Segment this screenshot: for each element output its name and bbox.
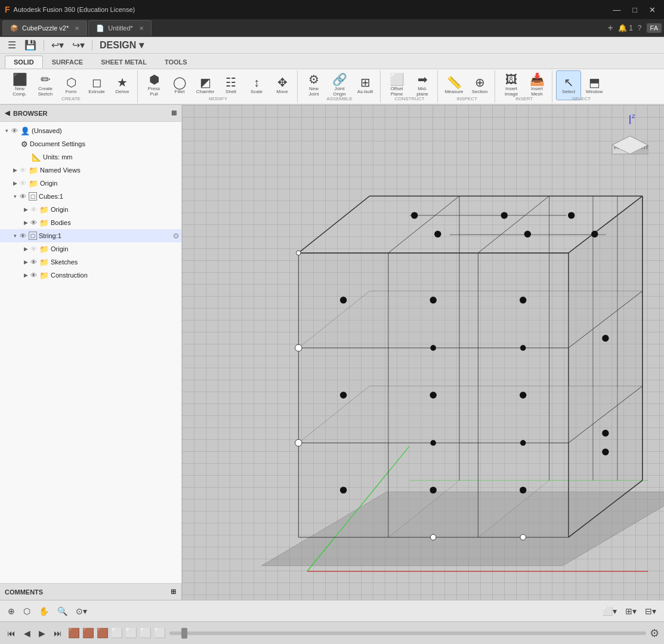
design-menu-button[interactable]: DESIGN ▾ [97, 35, 147, 56]
expand-origin-string[interactable]: ▶ [21, 246, 30, 252]
tab-close-untitled[interactable]: ✕ [139, 25, 144, 32]
tree-item-sketches[interactable]: ▶ 👁 📁 Sketches [0, 255, 181, 269]
svg-point-34 [340, 392, 347, 398]
app-menu-button[interactable]: ☰ [5, 38, 19, 52]
eye-origin-cubes[interactable]: 👁 [30, 206, 37, 213]
fit-to-window-button[interactable]: ⬡ [20, 605, 33, 617]
tree-item-construction[interactable]: ▶ 👁 📁 Construction [0, 269, 181, 282]
tl-item-1[interactable]: 🟫 [68, 627, 80, 639]
tree-item-unsaved[interactable]: ▾ 👁 👤 (Unsaved) [0, 124, 181, 137]
label-origin-string: Origin [51, 245, 68, 252]
expand-bodies[interactable]: ▶ [21, 220, 30, 226]
expand-sketches[interactable]: ▶ [21, 259, 30, 265]
tree-item-origin-cubes[interactable]: ▶ 👁 📁 Origin [0, 203, 181, 216]
timeline-end-button[interactable]: ⏭ [51, 627, 64, 639]
display-tools: ⬜▾ ⊞▾ ⊟▾ [600, 605, 659, 617]
display-mode-button[interactable]: ⬜▾ [600, 605, 620, 617]
expand-cubes1[interactable]: ▾ [11, 193, 19, 199]
zoom-extents-button[interactable]: ⊕ [5, 605, 18, 617]
svg-point-35 [430, 392, 436, 398]
redo-button[interactable]: ↪▾ [69, 38, 88, 52]
comments-expand[interactable]: ⊞ [171, 588, 176, 596]
undo-button[interactable]: ↩▾ [48, 38, 67, 52]
eye-cubes1[interactable]: 👁 [20, 193, 26, 200]
close-button[interactable]: ✕ [646, 4, 659, 16]
timeline-settings-button[interactable]: ⚙ [650, 627, 659, 640]
tree-item-bodies[interactable]: ▶ 👁 📁 Bodies [0, 216, 181, 229]
app-title: Autodesk Fusion 360 (Education License) [14, 6, 135, 13]
tree-item-named-views[interactable]: ▶ 👁 📁 Named Views [0, 164, 181, 177]
tree-item-doc-settings[interactable]: ⚙ Document Settings [0, 137, 181, 150]
expand-origin-top[interactable]: ▶ [11, 180, 19, 186]
save-button[interactable]: 💾 [21, 38, 39, 52]
tab-close-cubepuzzle[interactable]: ✕ [75, 25, 79, 32]
help-button[interactable]: ? [638, 24, 642, 32]
pan-button[interactable]: ✋ [36, 605, 52, 617]
tl-item-6[interactable]: ⬜ [140, 627, 152, 639]
eye-string1[interactable]: 👁 [20, 232, 26, 239]
browser-panel: ◀ BROWSER ⊞ ▾ 👁 👤 (Unsaved) ⚙ Document S… [0, 105, 182, 600]
view-layout-button[interactable]: ⊟▾ [642, 605, 659, 617]
zoom-button[interactable]: 🔍 [54, 605, 70, 617]
viewport[interactable]: Z FRONT RIGHT [182, 105, 664, 600]
eye-construction[interactable]: 👁 [30, 272, 37, 279]
titlebar: F Autodesk Fusion 360 (Education License… [0, 0, 664, 19]
timeline-play-button[interactable]: ▶ [36, 627, 48, 639]
svg-point-43 [434, 231, 441, 238]
look-at-button[interactable]: ⊙▾ [73, 605, 90, 617]
eye-sketches[interactable]: 👁 [30, 258, 37, 266]
account-button[interactable]: FA [647, 23, 662, 33]
nav-cube[interactable]: Z FRONT RIGHT [603, 112, 657, 160]
title-left: F Autodesk Fusion 360 (Education License… [5, 5, 135, 14]
tab-solid[interactable]: SOLID [5, 56, 43, 68]
browser-collapse-icon[interactable]: ◀ [5, 109, 10, 117]
browser-title: BROWSER [13, 110, 47, 117]
svg-point-37 [340, 486, 347, 493]
tree-item-string1[interactable]: ▾ 👁 □ String:1 ⊙ [0, 229, 181, 242]
expand-origin-cubes[interactable]: ▶ [21, 207, 30, 212]
tab-cubepuzzle[interactable]: 📦 CubePuzzle v2* ✕ [2, 20, 87, 36]
minimize-button[interactable]: — [609, 4, 624, 16]
label-units: Units: mm [43, 153, 73, 161]
expand-string1[interactable]: ▾ [11, 233, 19, 239]
grid-display-button[interactable]: ⊞▾ [622, 605, 640, 617]
timeline-items: 🟫 🟫 🟫 ⬜ ⬜ ⬜ ⬜ [68, 627, 166, 639]
eye-bodies[interactable]: 👁 [30, 219, 37, 226]
tree-item-cubes1[interactable]: ▾ 👁 □ Cubes:1 [0, 190, 181, 203]
browser-expand-icon[interactable]: ⊞ [171, 109, 177, 117]
timeline-prev-button[interactable]: ◀ [21, 627, 33, 639]
eye-origin-string[interactable]: 👁 [30, 245, 37, 252]
timeline-track[interactable] [169, 631, 646, 635]
sep2 [92, 40, 92, 51]
tree-item-origin-string[interactable]: ▶ 👁 📁 Origin [0, 242, 181, 255]
expand-named-views[interactable]: ▶ [11, 167, 19, 173]
expand-unsaved[interactable]: ▾ [2, 128, 11, 134]
svg-point-49 [295, 344, 302, 351]
timeline-marker[interactable] [181, 628, 187, 639]
notifications-button[interactable]: 🔔 1 [618, 24, 633, 32]
timeline-start-button[interactable]: ⏮ [5, 627, 18, 639]
svg-point-53 [520, 534, 526, 540]
tl-item-4[interactable]: ⬜ [111, 627, 123, 639]
tab-surface[interactable]: SURFACE [43, 56, 92, 68]
svg-point-56 [430, 440, 436, 446]
tree-item-units[interactable]: 📐 Units: mm [0, 150, 181, 164]
tab-untitled[interactable]: 📄 Untitled* ✕ [88, 20, 152, 36]
tl-item-2[interactable]: 🟫 [82, 627, 94, 639]
bottom-toolbar: ⊕ ⬡ ✋ 🔍 ⊙▾ ⬜▾ ⊞▾ ⊟▾ [0, 600, 664, 621]
string1-settings-icon[interactable]: ⊙ [173, 232, 179, 240]
maximize-button[interactable]: □ [629, 4, 641, 16]
tab-tools[interactable]: TOOLS [156, 56, 196, 68]
expand-construction[interactable]: ▶ [21, 272, 30, 278]
eye-unsaved[interactable]: 👁 [11, 127, 18, 134]
new-tab-button[interactable]: + [608, 23, 613, 33]
eye-named-views[interactable]: 👁 [20, 167, 26, 174]
tab-sheet-metal[interactable]: SHEET METAL [92, 56, 156, 68]
tl-item-5[interactable]: ⬜ [125, 627, 137, 639]
comments-header: COMMENTS ⊞ [0, 583, 181, 600]
tl-item-3[interactable]: 🟫 [97, 627, 109, 639]
tree-item-origin-top[interactable]: ▶ 👁 📁 Origin [0, 177, 181, 190]
eye-origin-top[interactable]: 👁 [20, 180, 26, 187]
tl-item-7[interactable]: ⬜ [154, 627, 166, 639]
tab-label-untitled: Untitled* [108, 24, 133, 32]
